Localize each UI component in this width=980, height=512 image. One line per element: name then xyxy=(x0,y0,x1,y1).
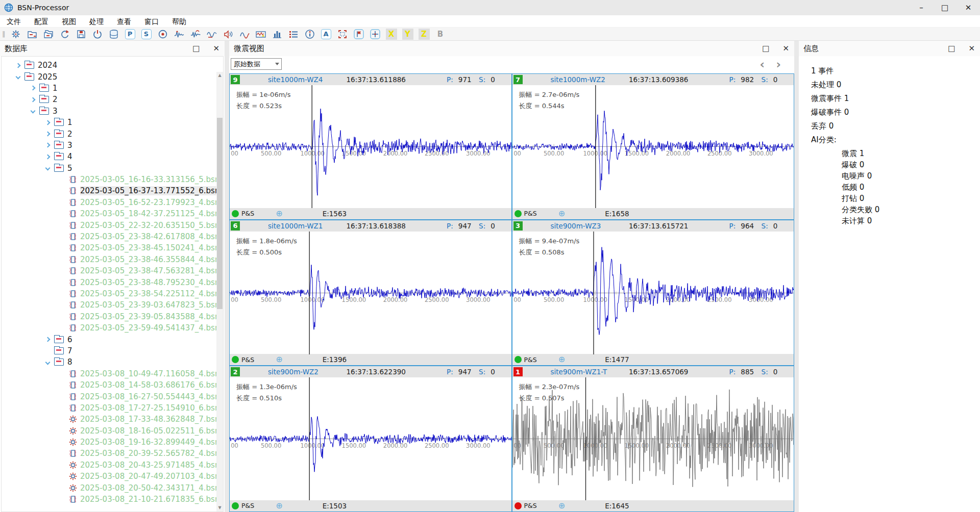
waveform-plot[interactable]: 00500.001000.001500.002000.002500.003000… xyxy=(230,232,511,354)
ps-toggle[interactable]: P&S xyxy=(241,210,254,217)
tree-file-row[interactable]: 2025-03-05_23-59-49.541437_4.bsna xyxy=(2,322,216,334)
waveform-filter-icon[interactable] xyxy=(255,29,266,40)
tree-chevron-icon[interactable] xyxy=(45,154,51,159)
tree-chevron-icon[interactable] xyxy=(45,143,51,148)
tree-file-row[interactable]: 2025-03-08_20-39-52.565782_4.bsna xyxy=(2,448,216,459)
axis-y-button[interactable]: Y xyxy=(402,29,413,40)
tree-chevron-icon[interactable] xyxy=(45,337,51,342)
scrollbar-thumb[interactable] xyxy=(217,118,223,309)
tree-folder-row[interactable]: 8 xyxy=(2,356,216,368)
tree-file-row[interactable]: 2025-03-05_23-38-47.563281_4.bsna xyxy=(2,265,216,276)
tree-chevron-icon[interactable] xyxy=(45,120,51,125)
tree-folder-row[interactable]: 4 xyxy=(2,151,216,162)
axis-x-button[interactable]: X xyxy=(386,29,397,40)
tree-file-row[interactable]: 2025-03-08_20-47-49.207103_4.bsna xyxy=(2,471,216,482)
database-panel-float-button[interactable]: □ xyxy=(192,44,200,53)
tree-file-row[interactable]: 2025-03-05_23-39-05.843588_4.bsna xyxy=(2,311,216,322)
waveform-cell-site900m-WZ2[interactable]: 2site900m-WZ216:37:13.622390P:947S:00050… xyxy=(229,366,512,512)
select-region-icon[interactable] xyxy=(337,29,348,40)
tree-file-row[interactable]: 2025-03-08_20-43-25.971485_4.bsna xyxy=(2,459,216,471)
tree-chevron-icon[interactable] xyxy=(16,74,21,80)
menu-item-7[interactable]: 帮助 xyxy=(165,15,193,28)
ps-toggle[interactable]: P&S xyxy=(524,210,537,217)
scrollbar-up-arrow[interactable]: ▲ xyxy=(216,72,223,79)
tree-file-row[interactable]: 2025-03-05_16-52-23.179923_4.bsna xyxy=(2,197,216,208)
menu-item-1[interactable]: 文件 xyxy=(0,15,28,28)
tree-file-row[interactable]: 2025-03-05_18-42-37.251125_4.bsna xyxy=(2,208,216,219)
p-pick-button[interactable]: P xyxy=(125,29,136,40)
flag-icon[interactable] xyxy=(353,29,364,40)
crosshair-icon[interactable] xyxy=(370,29,381,40)
prev-event-button[interactable]: ‹ xyxy=(760,56,765,72)
minimize-button[interactable]: – xyxy=(910,0,933,15)
wave-panel-close-button[interactable]: ✕ xyxy=(782,44,789,53)
tree-folder-row[interactable]: 5 xyxy=(2,163,216,174)
waveform-icon-1[interactable] xyxy=(174,29,185,40)
open-project-folder-icon[interactable] xyxy=(43,29,54,40)
tree-chevron-icon[interactable] xyxy=(31,86,36,91)
tree-file-row[interactable]: 2025-03-05_23-38-42.617808_4.bsna xyxy=(2,231,216,242)
database-icon[interactable] xyxy=(108,29,119,40)
waveform-cell-site1000m-WZ4[interactable]: 9site1000m-WZ416:37:13.611886P:971S:0005… xyxy=(229,73,512,220)
locate-icon[interactable] xyxy=(157,29,168,40)
zoom-icon[interactable]: ⊕ xyxy=(558,210,565,218)
tree-folder-row[interactable]: 7 xyxy=(2,345,216,356)
ps-toggle[interactable]: P&S xyxy=(524,502,537,509)
axis-b-button[interactable]: B xyxy=(435,29,446,40)
zoom-icon[interactable]: ⊕ xyxy=(558,355,565,364)
zoom-icon[interactable]: ⊕ xyxy=(276,210,282,218)
next-event-button[interactable]: › xyxy=(776,56,781,72)
menu-item-6[interactable]: 窗口 xyxy=(138,15,165,28)
scrollbar-down-arrow[interactable]: ▼ xyxy=(216,504,223,511)
new-project-folder-icon[interactable] xyxy=(27,29,38,40)
power-icon[interactable] xyxy=(92,29,103,40)
zoom-icon[interactable]: ⊕ xyxy=(276,502,282,510)
tree-file-row[interactable]: 2025-03-05_16-37-13.771552_6.bsnp xyxy=(2,185,216,196)
tree-file-row[interactable]: 2025-03-08_21-10-21.671835_6.bsna xyxy=(2,494,216,505)
tree-chevron-icon[interactable] xyxy=(45,360,51,365)
tree-file-row[interactable]: 2025-03-08_10-49-47.116058_4.bsna xyxy=(2,368,216,379)
tree-file-row[interactable]: 2025-03-05_23-38-54.225112_4.bsna xyxy=(2,288,216,299)
tree-file-row[interactable]: 2025-03-05_23-39-03.647823_5.bsna xyxy=(2,299,216,311)
zoom-icon[interactable]: ⊕ xyxy=(558,502,565,510)
tree-folder-row[interactable]: 2 xyxy=(2,94,216,105)
tree-file-row[interactable]: 2025-03-08_20-50-42.343171_4.bsna xyxy=(2,482,216,493)
tree-folder-row[interactable]: 6 xyxy=(2,334,216,345)
menu-item-3[interactable]: 视图 xyxy=(55,15,83,28)
tree-file-row[interactable]: 2025-03-05_23-38-45.150241_4.bsna xyxy=(2,242,216,253)
info-panel-close-button[interactable]: ✕ xyxy=(968,44,975,53)
data-type-dropdown[interactable]: 原始数据 xyxy=(231,58,282,70)
menu-item-4[interactable]: 处理 xyxy=(83,15,110,28)
tree-chevron-icon[interactable] xyxy=(31,109,36,114)
settings-gear-icon[interactable] xyxy=(10,29,21,40)
tree-file-row[interactable]: 2025-03-05_22-32-20.635150_5.bsna xyxy=(2,219,216,231)
s-pick-button[interactable]: S xyxy=(141,29,152,40)
tree-folder-row[interactable]: 1 xyxy=(2,117,216,128)
tree-folder-row[interactable]: 3 xyxy=(2,140,216,151)
tree-file-row[interactable]: 2025-03-08_17-33-48.362848_7.bsna xyxy=(2,414,216,425)
tree-folder-row[interactable]: 2025 xyxy=(2,71,216,82)
noise-icon[interactable] xyxy=(223,29,234,40)
save-icon[interactable] xyxy=(76,29,87,40)
tree-file-row[interactable]: 2025-03-05_23-38-48.795230_4.bsna xyxy=(2,276,216,288)
menu-item-5[interactable]: 查看 xyxy=(110,15,138,28)
waveform-cell-site1000m-WZ2[interactable]: 7site1000m-WZ216:37:13.609386P:982S:0005… xyxy=(512,73,795,220)
waveform-cell-site900m-WZ1-T[interactable]: 1site900m-WZ1-T16:37:13.657069P:885S:000… xyxy=(512,366,795,512)
menu-item-2[interactable]: 配置 xyxy=(28,15,55,28)
axis-z-button[interactable]: Z xyxy=(419,29,430,40)
ps-toggle[interactable]: P&S xyxy=(524,356,537,364)
tree-folder-row[interactable]: 1 xyxy=(2,83,216,94)
maximize-button[interactable]: □ xyxy=(933,0,957,15)
tree-file-row[interactable]: 2025-03-05_23-38-46.355844_4.bsna xyxy=(2,254,216,265)
tree-file-row[interactable]: 2025-03-05_16-16-33.313156_5.bsna xyxy=(2,174,216,185)
tree-chevron-icon[interactable] xyxy=(31,97,36,102)
waveform-plot[interactable]: 00500.001000.001500.002000.002500.003000… xyxy=(512,85,794,208)
event-list-icon[interactable] xyxy=(288,29,299,40)
waveform-plot[interactable]: 00500.001000.001500.002000.002500.003000… xyxy=(512,232,794,354)
tree-folder-row[interactable]: 3 xyxy=(2,106,216,117)
waveform-icon-2[interactable] xyxy=(190,29,201,40)
info-panel-float-button[interactable]: □ xyxy=(948,44,955,53)
wave-panel-float-button[interactable]: □ xyxy=(762,44,769,53)
tree-folder-row[interactable]: 2 xyxy=(2,128,216,139)
zoom-icon[interactable]: ⊕ xyxy=(276,355,282,364)
